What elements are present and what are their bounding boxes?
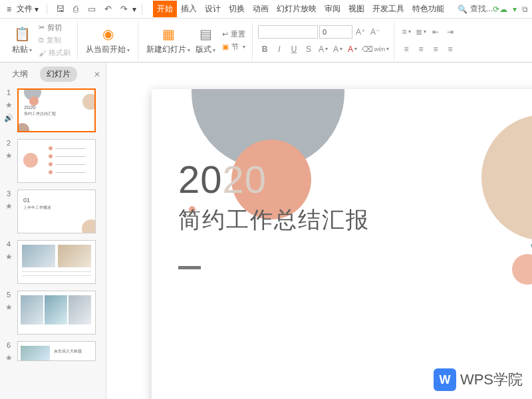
preview-icon[interactable]: ▭ — [86, 3, 98, 15]
wps-logo-icon: W — [434, 368, 456, 391]
reset-icon: ↩ — [222, 30, 228, 39]
search-placeholder: 查找... — [470, 3, 493, 15]
current-slide[interactable]: 2020 简约工作总结汇报 🔊 🏛 部门： WPS 📄 汇报人： WPS学院 — [152, 89, 532, 399]
tab-insert[interactable]: 插入 — [177, 1, 201, 17]
thumbnail-2[interactable] — [17, 139, 96, 183]
thumbnail-row[interactable]: 3★ 01 上半年工作概述 — [4, 190, 102, 233]
slide-panel: 大纲 幻灯片 ✕ 1★🔊 2020 简约工作总结汇报 2★ — [0, 63, 106, 399]
tab-review[interactable]: 审阅 — [321, 1, 344, 17]
pinyin-button[interactable]: wén▾ — [375, 43, 388, 56]
thumbnail-row[interactable]: 4★ — [4, 240, 102, 284]
thumbnail-1[interactable]: 2020 简约工作总结汇报 — [17, 88, 96, 132]
slide-number: 1 — [7, 88, 11, 96]
scissors-icon: ✂ — [39, 23, 45, 32]
section-button[interactable]: ▣节▾ — [221, 41, 247, 53]
clear-format-button[interactable]: ⌫ — [360, 43, 374, 56]
cloud-sync-icon[interactable]: ⟳☁ — [493, 5, 507, 14]
highlight-button[interactable]: A▾ — [331, 43, 344, 56]
thumbnail-6[interactable]: 点击添入大标题 — [17, 341, 96, 361]
align-left-button[interactable]: ≡ — [400, 43, 413, 56]
tab-slideshow[interactable]: 幻灯片放映 — [273, 1, 321, 17]
brush-icon: 🖌 — [39, 49, 46, 57]
new-slide-icon: ▦ — [162, 25, 175, 43]
align-justify-button[interactable]: ≡ — [444, 43, 457, 56]
font-color-button[interactable]: A▾ — [346, 43, 359, 56]
decrease-font-icon[interactable]: A⁻ — [368, 25, 382, 39]
qat-more-icon[interactable]: ▾ — [132, 5, 136, 14]
print-icon[interactable]: ⎙ — [70, 3, 82, 15]
tab-animation[interactable]: 动画 — [249, 1, 273, 17]
decor-circle — [512, 254, 532, 285]
thumbnail-row[interactable]: 1★🔊 2020 简约工作总结汇报 — [4, 88, 102, 132]
new-slide-button[interactable]: ▦ 新建幻灯片▾ — [144, 25, 193, 55]
indent-inc-button[interactable]: ⇥ — [444, 25, 457, 39]
thumbnail-list[interactable]: 1★🔊 2020 简约工作总结汇报 2★ 3★ — [0, 86, 106, 399]
slide-title[interactable]: 简约工作总结汇报 — [178, 205, 370, 235]
tab-home[interactable]: 开始 — [153, 1, 177, 17]
paste-icon: 📋 — [14, 25, 31, 43]
thumbnail-row[interactable]: 2★ — [4, 139, 102, 183]
slide-year[interactable]: 2020 — [178, 157, 267, 201]
italic-button[interactable]: I — [273, 43, 286, 56]
bullets-button[interactable]: ≡▾ — [400, 25, 413, 39]
watermark-text: WPS学院 — [460, 370, 523, 390]
font-effect-button[interactable]: A▾ — [317, 43, 330, 56]
thumbnail-3[interactable]: 01 上半年工作概述 — [17, 190, 96, 233]
underline-button[interactable]: U — [287, 43, 301, 56]
decor-circle — [481, 114, 532, 241]
thumbnail-5[interactable] — [17, 291, 96, 334]
align-right-button[interactable]: ≡ — [429, 43, 442, 56]
paragraph-group: ≡▾ ≣▾ ⇤ ⇥ ≡ ≡ ≡ ≡ — [394, 21, 462, 59]
copy-button[interactable]: ⧉复制 — [37, 35, 72, 46]
clipboard-group: 📋 粘贴▾ ✂剪切 ⧉复制 🖌格式刷 — [4, 21, 78, 59]
audio-icon: 🔊 — [4, 114, 13, 122]
ribbon: 📋 粘贴▾ ✂剪切 ⧉复制 🖌格式刷 ◉ 从当前开始▾ ▦ 新建幻灯片▾ ▤ 版… — [0, 19, 532, 63]
thumbnail-row[interactable]: 5★ — [4, 291, 102, 334]
tab-transition[interactable]: 切换 — [225, 1, 249, 17]
thumbnail-4[interactable] — [17, 240, 96, 284]
indent-dec-button[interactable]: ⇤ — [429, 25, 442, 39]
align-center-button[interactable]: ≡ — [414, 43, 428, 56]
star-icon: ★ — [5, 303, 13, 312]
paste-button[interactable]: 📋 粘贴▾ — [9, 25, 35, 55]
format-painter-button[interactable]: 🖌格式刷 — [37, 47, 72, 59]
undo-icon[interactable]: ↶ — [102, 3, 114, 15]
slide-number: 3 — [7, 190, 11, 198]
font-size-select[interactable]: 0 — [319, 25, 352, 39]
tab-devtools[interactable]: 开发工具 — [368, 1, 408, 17]
tab-view[interactable]: 视图 — [344, 1, 368, 17]
tab-outline[interactable]: 大纲 — [5, 66, 35, 82]
ribbon-tabs: 开始 插入 设计 切换 动画 幻灯片放映 审阅 视图 开发工具 特色功能 — [153, 1, 448, 17]
watermark: W WPS学院 — [430, 367, 527, 392]
strikethrough-button[interactable]: S — [302, 43, 315, 56]
star-icon: ★ — [5, 201, 13, 211]
search-box[interactable]: 🔍 查找... — [458, 3, 493, 15]
tab-design[interactable]: 设计 — [201, 1, 225, 17]
slide-number: 6 — [7, 341, 11, 349]
layout-button[interactable]: ▤ 版式▾ — [193, 25, 218, 55]
reset-button[interactable]: ↩重置 — [221, 29, 247, 40]
slide-canvas[interactable]: 2020 简约工作总结汇报 🔊 🏛 部门： WPS 📄 汇报人： WPS学院 — [106, 63, 532, 399]
window-control-icon[interactable]: ⧉ — [522, 5, 528, 14]
tab-slides[interactable]: 幻灯片 — [40, 66, 77, 82]
layout-icon: ▤ — [200, 25, 212, 43]
font-name-select[interactable] — [258, 25, 318, 39]
redo-icon[interactable]: ↷ — [118, 3, 130, 15]
tab-special[interactable]: 特色功能 — [408, 1, 448, 17]
increase-font-icon[interactable]: A⁺ — [354, 25, 367, 39]
file-menu[interactable]: ≡ 文件 ▾ — [4, 2, 41, 16]
cut-button[interactable]: ✂剪切 — [37, 22, 72, 33]
search-icon: 🔍 — [458, 5, 467, 14]
star-icon: ★ — [5, 252, 13, 261]
panel-close-icon[interactable]: ✕ — [94, 70, 100, 79]
layout-label: 版式▾ — [196, 44, 215, 55]
slide-number: 2 — [7, 139, 11, 147]
save-icon[interactable]: 🖫 — [54, 3, 66, 15]
from-current-button[interactable]: ◉ 从当前开始▾ — [83, 25, 132, 55]
bold-button[interactable]: B — [258, 43, 271, 56]
numbering-button[interactable]: ≣▾ — [414, 25, 428, 39]
star-icon: ★ — [5, 100, 13, 110]
thumbnail-row[interactable]: 6★ 点击添入大标题 — [4, 341, 102, 362]
cloud-chevron-icon[interactable]: ▾ — [513, 5, 517, 14]
chevron-down-icon: ▾ — [35, 5, 39, 14]
